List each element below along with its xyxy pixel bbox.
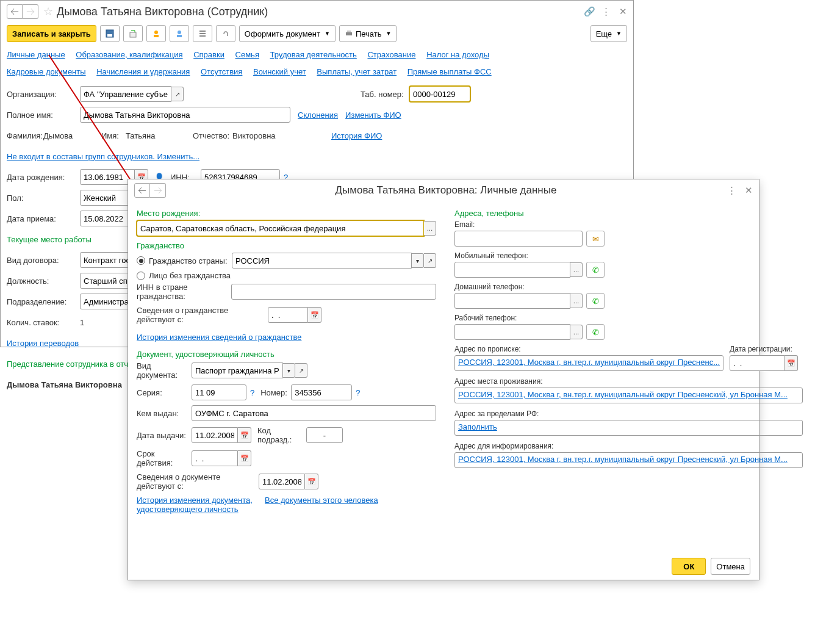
work-input[interactable]: [454, 324, 570, 340]
cit-valid-input[interactable]: [268, 307, 308, 323]
doctype-input[interactable]: [192, 362, 283, 378]
transfers-link[interactable]: История переводов: [7, 339, 79, 348]
issue-date-input[interactable]: [192, 427, 238, 443]
nav-accruals[interactable]: Начисления и удержания: [96, 67, 190, 76]
cit-country-input[interactable]: [232, 253, 412, 269]
nav-personal[interactable]: Личные данные: [7, 50, 65, 59]
svg-rect-6: [177, 35, 182, 37]
popup-kebab-icon[interactable]: ⋮: [727, 185, 736, 196]
number-help-icon[interactable]: ?: [356, 388, 360, 397]
nav-insurance[interactable]: Страхование: [367, 50, 415, 59]
nav-tax[interactable]: Налог на доходы: [426, 50, 489, 59]
birth-label: Дата рождения:: [7, 173, 80, 182]
fullname-input[interactable]: [80, 107, 290, 123]
rates-value: 1: [80, 318, 84, 327]
issue-doc-button[interactable]: Оформить документ▼: [239, 25, 336, 42]
doctype-open-icon[interactable]: ↗: [295, 363, 307, 378]
tabnum-input[interactable]: [409, 86, 470, 102]
stateless-radio[interactable]: [137, 272, 145, 280]
more-button[interactable]: Еще▼: [591, 25, 627, 42]
nav-work[interactable]: Трудовая деятельность: [270, 50, 357, 59]
save-button[interactable]: [100, 25, 120, 42]
cit-dropdown-icon[interactable]: ▾: [412, 253, 424, 268]
nav-military[interactable]: Воинский учет: [253, 67, 306, 76]
issued-input[interactable]: [192, 405, 436, 421]
nav-family[interactable]: Семья: [235, 50, 259, 59]
valid-input[interactable]: [192, 450, 238, 466]
change-fio-link[interactable]: Изменить ФИО: [345, 110, 401, 120]
list-button[interactable]: [193, 25, 212, 42]
org-input[interactable]: [80, 86, 171, 102]
cit-calendar-icon[interactable]: 📅: [308, 307, 321, 323]
reg-calendar-icon[interactable]: 📅: [784, 355, 798, 371]
innc-input[interactable]: [231, 284, 436, 300]
home-input[interactable]: [454, 293, 570, 309]
number-input[interactable]: [291, 384, 352, 400]
name-label: Имя:: [101, 131, 126, 140]
svg-rect-9: [199, 35, 206, 37]
mobile-input[interactable]: [454, 262, 570, 278]
print-button[interactable]: Печать▼: [339, 25, 397, 42]
position-label: Должность:: [7, 276, 80, 286]
birth-input[interactable]: [80, 169, 135, 185]
deptcode-input[interactable]: [306, 427, 343, 443]
popup-forward-button[interactable]: 🡢: [150, 183, 166, 198]
favorite-star-icon[interactable]: ☆: [43, 5, 53, 18]
forward-button[interactable]: 🡢: [23, 4, 38, 19]
email-input[interactable]: [454, 231, 583, 247]
cit-history-link[interactable]: История изменения сведений о гражданстве: [137, 333, 301, 342]
declension-link[interactable]: Склонения: [298, 110, 338, 120]
nav-hr-docs[interactable]: Кадровые документы: [7, 67, 86, 76]
link-icon[interactable]: 🔗: [584, 6, 595, 17]
ok-button[interactable]: ОК: [672, 558, 706, 575]
doc-valid-input[interactable]: [259, 474, 305, 489]
birthplace-input[interactable]: [137, 220, 424, 236]
live-addr-input[interactable]: РОССИЯ, 123001, Москва г, вн.тер.г. муни…: [454, 388, 803, 403]
cancel-button[interactable]: Отмена: [711, 558, 750, 575]
citizenship-radio[interactable]: [137, 256, 145, 265]
back-button[interactable]: 🡠: [7, 4, 23, 19]
actions-button-3[interactable]: [170, 25, 189, 42]
svg-rect-10: [346, 32, 352, 35]
work-call-icon[interactable]: ✆: [586, 324, 605, 340]
popup-close-icon[interactable]: ✕: [745, 185, 753, 196]
doc-history-link[interactable]: История изменения документа, удостоверяю…: [137, 496, 259, 514]
series-input[interactable]: [192, 384, 246, 400]
doctype-dropdown-icon[interactable]: ▾: [283, 363, 295, 378]
inform-addr-input[interactable]: РОССИЯ, 123001, Москва г, вн.тер.г. муни…: [454, 452, 803, 468]
org-open-icon[interactable]: ↗: [171, 87, 184, 101]
abroad-label: Адрес за пределами РФ:: [454, 409, 803, 418]
issue-calendar-icon[interactable]: 📅: [238, 427, 251, 443]
kebab-menu-icon[interactable]: ⋮: [601, 6, 611, 17]
work-more-icon[interactable]: …: [570, 325, 583, 339]
actions-button-2[interactable]: [146, 25, 166, 42]
popup-back-button[interactable]: 🡠: [134, 183, 150, 198]
cit-open-icon[interactable]: ↗: [424, 253, 436, 268]
reg-addr-input[interactable]: РОССИЯ, 123001, Москва г, вн.тер.г. муни…: [454, 355, 723, 371]
save-close-button[interactable]: Записать и закрыть: [7, 25, 96, 42]
birthplace-more-icon[interactable]: …: [424, 221, 436, 236]
attach-button[interactable]: [216, 25, 235, 42]
close-icon[interactable]: ✕: [619, 6, 627, 17]
nav-education[interactable]: Образование, квалификация: [76, 50, 182, 59]
fill-link[interactable]: Заполнить: [458, 422, 497, 431]
patr-value: Викторовна: [232, 131, 324, 140]
all-docs-link[interactable]: Все документы этого человека: [265, 496, 378, 505]
email-icon[interactable]: ✉: [586, 231, 605, 247]
valid-calendar-icon[interactable]: 📅: [238, 450, 251, 466]
doc-valid-calendar-icon[interactable]: 📅: [305, 474, 318, 489]
nav-references[interactable]: Справки: [193, 50, 224, 59]
home-more-icon[interactable]: …: [570, 294, 583, 308]
home-call-icon[interactable]: ✆: [586, 293, 605, 309]
nav-payments[interactable]: Выплаты, учет затрат: [317, 67, 397, 76]
history-fio-link[interactable]: История ФИО: [331, 131, 382, 140]
abroad-addr-input[interactable]: Заполнить: [454, 420, 803, 436]
groups-link[interactable]: Не входит в составы групп сотрудников. И…: [7, 152, 199, 161]
mobile-more-icon[interactable]: …: [570, 262, 583, 277]
nav-fss[interactable]: Прямые выплаты ФСС: [407, 67, 492, 76]
series-help-icon[interactable]: ?: [250, 388, 254, 397]
actions-button-1[interactable]: [123, 25, 143, 42]
nav-absences[interactable]: Отсутствия: [201, 67, 242, 76]
mobile-call-icon[interactable]: ✆: [586, 262, 605, 278]
reg-date-input[interactable]: [730, 355, 784, 371]
